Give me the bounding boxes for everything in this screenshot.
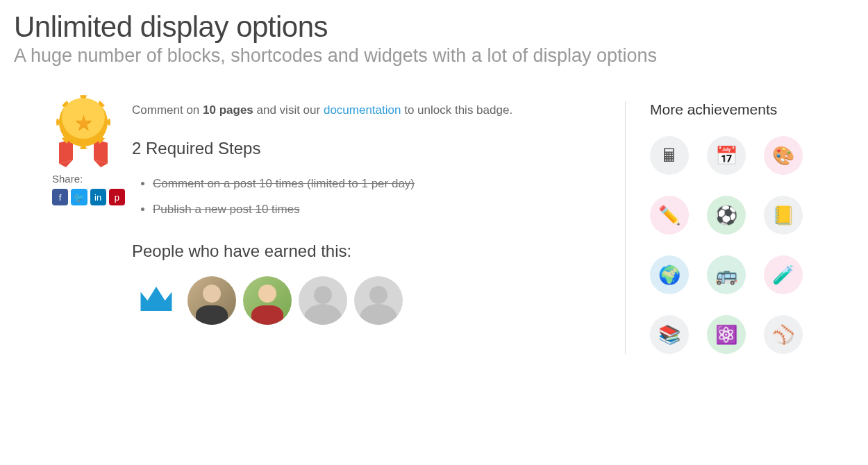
sidebar: More achievements 🖩📅🎨✏️⚽📒🌍🚌🧪📚⚛️⚾: [625, 101, 854, 354]
earners-row: [132, 276, 604, 325]
crown-icon[interactable]: [132, 276, 181, 325]
achievement-globe-icon[interactable]: 🌍: [650, 255, 689, 294]
intro-prefix: Comment on: [132, 103, 203, 117]
documentation-link[interactable]: documentation: [324, 103, 401, 117]
steps-list: Comment on a post 10 times (limited to 1…: [153, 171, 604, 223]
steps-heading: 2 Required Steps: [132, 139, 604, 158]
earner-avatar[interactable]: [243, 276, 292, 325]
badge-medal-icon: ★: [52, 98, 115, 160]
achievement-bus-icon[interactable]: 🚌: [707, 255, 746, 294]
achievement-calendar-icon[interactable]: 📅: [707, 136, 746, 175]
achievement-tube-icon[interactable]: 🧪: [764, 255, 803, 294]
achievements-grid: 🖩📅🎨✏️⚽📒🌍🚌🧪📚⚛️⚾: [650, 136, 854, 354]
earned-heading: People who have earned this:: [132, 242, 604, 261]
sidebar-title: More achievements: [650, 101, 854, 118]
achievement-notebook-icon[interactable]: 📒: [764, 196, 803, 235]
share-linkedin-button[interactable]: in: [90, 189, 106, 205]
share-twitter-button[interactable]: 🐦: [71, 189, 87, 205]
main-column: Comment on 10 pages and visit our docume…: [125, 101, 625, 354]
page-subtitle: A huge number of blocks, shortcodes and …: [14, 45, 854, 67]
share-row: f🐦inp: [52, 189, 125, 205]
share-label: Share:: [52, 173, 125, 185]
achievement-books-icon[interactable]: 📚: [650, 315, 689, 354]
step-item: Comment on a post 10 times (limited to 1…: [153, 171, 604, 196]
earner-avatar[interactable]: [187, 276, 236, 325]
achievement-baseball-icon[interactable]: ⚾: [764, 315, 803, 354]
achievement-palette-icon[interactable]: 🎨: [764, 136, 803, 175]
left-column: ★ Share: f🐦inp: [14, 101, 125, 354]
earner-avatar-placeholder[interactable]: [299, 276, 347, 325]
achievement-atom-icon[interactable]: ⚛️: [707, 315, 746, 354]
page-title: Unlimited display options: [14, 10, 854, 44]
share-pinterest-button[interactable]: p: [109, 189, 125, 205]
achievement-pencil-icon[interactable]: ✏️: [650, 196, 689, 235]
intro-bold: 10 pages: [203, 103, 253, 117]
badge-intro: Comment on 10 pages and visit our docume…: [132, 101, 604, 119]
intro-suffix: to unlock this badge.: [401, 103, 512, 117]
share-facebook-button[interactable]: f: [52, 189, 68, 205]
step-item: Publish a new post 10 times: [153, 196, 604, 222]
achievement-calculator-icon[interactable]: 🖩: [650, 136, 689, 175]
content: ★ Share: f🐦inp Comment on 10 pages and v…: [14, 101, 854, 354]
achievement-soccer-icon[interactable]: ⚽: [707, 196, 746, 235]
intro-mid: and visit our: [253, 103, 324, 117]
earner-avatar-placeholder[interactable]: [354, 276, 403, 325]
